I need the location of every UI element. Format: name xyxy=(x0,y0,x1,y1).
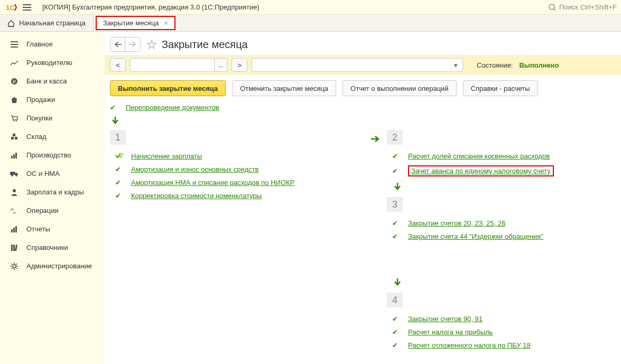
check-icon: ✔ xyxy=(392,341,401,349)
gear-icon xyxy=(10,263,19,270)
sidebar-item-production[interactable]: Производство xyxy=(0,146,105,164)
close-icon[interactable]: × xyxy=(164,19,169,27)
arrow-right-icon xyxy=(369,130,382,352)
nav-back-button[interactable] xyxy=(110,38,125,51)
cart-icon xyxy=(10,115,19,122)
prev-period-button[interactable]: < xyxy=(110,58,126,72)
stage1-item-1[interactable]: Амортизация и износ основных средств xyxy=(131,165,258,173)
check-icon: ✔ xyxy=(115,179,124,186)
svg-rect-28 xyxy=(11,245,13,251)
sidebar-item-assets[interactable]: ОС и НМА xyxy=(0,164,105,183)
svg-rect-30 xyxy=(15,244,17,250)
svg-text:1С: 1С xyxy=(6,4,15,12)
sidebar-item-purchases[interactable]: Покупки xyxy=(0,109,105,127)
sidebar-item-warehouse[interactable]: Склад xyxy=(0,127,105,146)
svg-line-39 xyxy=(16,264,17,265)
svg-point-31 xyxy=(13,265,16,268)
calc-button[interactable]: Справки - расчеты xyxy=(463,80,538,96)
top-bar: 1С [КОПИЯ] Бухгалтерия предприятия, реда… xyxy=(0,0,621,15)
next-period-button[interactable]: > xyxy=(231,58,247,72)
reprocess-link[interactable]: Перепроведение документов xyxy=(126,104,219,111)
stage-1-column: 1 Начисление зарплаты ✔Амортизация и изн… xyxy=(110,130,364,352)
stage4-item-0[interactable]: Закрытие счетов 90, 91 xyxy=(408,315,483,323)
check-icon: ✔ xyxy=(392,167,401,175)
svg-line-38 xyxy=(12,268,13,269)
sidebar-item-main[interactable]: Главное xyxy=(0,35,105,53)
svg-line-5 xyxy=(554,9,555,11)
execute-close-button[interactable]: Выполнить закрытие месяца xyxy=(110,80,226,96)
svg-rect-18 xyxy=(15,153,17,158)
svg-rect-16 xyxy=(11,156,13,158)
svg-rect-13 xyxy=(11,137,14,139)
check-icon: ✔ xyxy=(110,104,118,111)
stage1-item-0[interactable]: Начисление зарплаты xyxy=(131,152,202,160)
svg-line-36 xyxy=(12,264,13,265)
stage1-item-3[interactable]: Корректировка стоимости номенклатуры xyxy=(131,192,262,200)
sidebar-item-reports[interactable]: Отчеты xyxy=(0,220,105,238)
search-placeholder: Поиск Ctrl+Shift+F xyxy=(559,3,617,11)
page-title: Закрытие месяца xyxy=(162,39,248,51)
stage2-item-1[interactable]: Зачет аванса по единому налоговому счету xyxy=(411,167,551,175)
sidebar-item-bank[interactable]: ₽Банк и касса xyxy=(0,72,105,90)
sidebar-item-admin[interactable]: Администрирование xyxy=(0,257,105,275)
svg-rect-27 xyxy=(15,226,17,232)
svg-point-4 xyxy=(549,4,554,10)
bars-icon xyxy=(10,226,19,233)
sidebar-item-sales[interactable]: Продажи xyxy=(0,90,105,109)
check-icon: ✔ xyxy=(392,232,401,240)
state-label: Состояние: xyxy=(477,61,513,69)
sidebar-item-operations[interactable]: ДтКтОперации xyxy=(0,201,105,220)
app-logo: 1С xyxy=(4,2,19,13)
stage4-item-1[interactable]: Расчет налога на прибыль xyxy=(408,328,493,336)
arrow-down-icon xyxy=(387,180,616,197)
stage4-item-2[interactable]: Расчет отложенного налога по ПБУ 18 xyxy=(408,341,531,349)
nav-buttons xyxy=(110,37,141,52)
highlighted-item: Зачет аванса по единому налоговому счету xyxy=(408,165,554,176)
boxes-icon xyxy=(10,133,19,141)
sidebar-item-refs[interactable]: Справочники xyxy=(0,238,105,257)
stage3-item-1[interactable]: Закрытие счета 44 "Издержки обращения" xyxy=(408,232,543,240)
svg-rect-26 xyxy=(13,228,15,232)
chevron-down-icon[interactable]: ▾ xyxy=(451,61,460,69)
check-icon: ✔ xyxy=(392,328,401,336)
svg-rect-29 xyxy=(13,245,15,251)
search-icon xyxy=(549,4,556,11)
search-box[interactable]: Поиск Ctrl+Shift+F xyxy=(549,3,617,11)
favorite-button[interactable] xyxy=(146,39,157,50)
stage1-item-2[interactable]: Амортизация НМА и списание расходов по Н… xyxy=(131,179,294,186)
toolbar-strip: < ... > ▾ Состояние: Выполнено xyxy=(105,55,621,75)
right-column: 2 ✔Расчет долей списания косвенных расхо… xyxy=(387,130,616,352)
window-title: [КОПИЯ] Бухгалтерия предприятия, редакци… xyxy=(42,3,259,11)
hamburger-icon[interactable] xyxy=(19,4,35,11)
stage-4-number: 4 xyxy=(387,293,403,307)
report-button[interactable]: Отчет о выполнении операций xyxy=(342,80,457,96)
check-icon: ✔ xyxy=(392,219,401,227)
check-icon: ✔ xyxy=(115,192,124,200)
svg-rect-14 xyxy=(15,137,17,139)
svg-point-11 xyxy=(13,120,14,122)
svg-point-22 xyxy=(13,189,16,192)
svg-text:Кт: Кт xyxy=(13,211,16,214)
sidebar-item-manager[interactable]: Руководителю xyxy=(0,53,105,72)
tab-home[interactable]: Начальная страница xyxy=(0,15,94,31)
person-icon xyxy=(10,189,19,196)
stage3-item-0[interactable]: Закрытие счетов 20, 23, 25, 26 xyxy=(408,219,505,227)
period-input[interactable] xyxy=(130,58,215,72)
buttons-row: Выполнить закрытие месяца Отменить закры… xyxy=(105,75,621,101)
nav-forward-button[interactable] xyxy=(125,38,140,51)
tab-active[interactable]: Закрытие месяца × xyxy=(96,16,175,30)
tab-active-label: Закрытие месяца xyxy=(103,19,159,27)
arrow-down-icon xyxy=(387,275,616,293)
check-icon: ✔ xyxy=(115,165,124,173)
factory-icon xyxy=(10,152,19,159)
check-icon: ✔ xyxy=(392,315,401,323)
cancel-close-button[interactable]: Отменить закрытие месяца xyxy=(232,80,336,96)
svg-line-37 xyxy=(16,268,17,269)
sidebar-item-hr[interactable]: Зарплата и кадры xyxy=(0,183,105,201)
tab-home-label: Начальная страница xyxy=(19,19,86,27)
organization-select[interactable]: ▾ xyxy=(252,58,463,72)
svg-text:₽: ₽ xyxy=(13,79,16,85)
period-picker-button[interactable]: ... xyxy=(215,58,227,72)
tabs-row: Начальная страница Закрытие месяца × xyxy=(0,15,621,32)
stage2-item-0[interactable]: Расчет долей списания косвенных расходов xyxy=(408,152,550,160)
